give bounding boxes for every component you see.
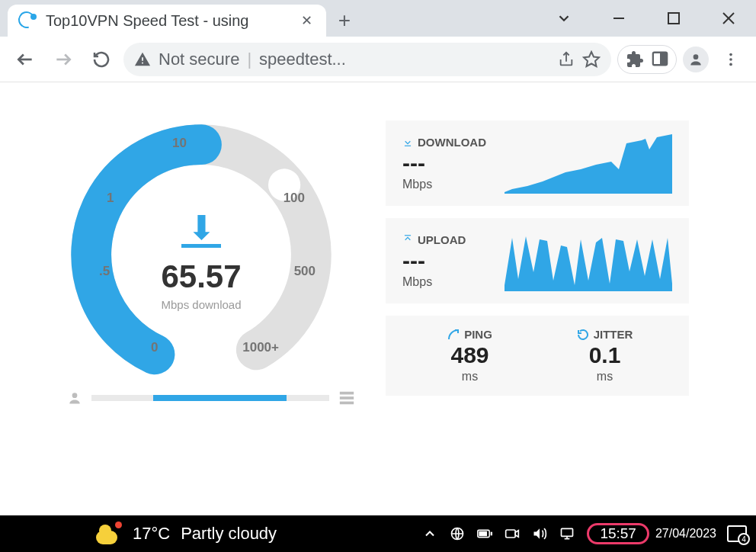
windows-taskbar: 17°C Partly cloudy 15:57 27/04/2023 4 (0, 515, 756, 552)
taskbar-clock[interactable]: 15:57 (587, 523, 649, 544)
ping-metric: PING 489 ms (424, 328, 516, 384)
weather-icon[interactable] (96, 523, 122, 544)
svg-point-10 (694, 54, 699, 59)
svg-rect-27 (506, 530, 516, 538)
share-icon[interactable] (558, 51, 575, 68)
tab-favicon (18, 11, 37, 30)
new-tab-button[interactable]: + (326, 5, 363, 37)
tabs-dropdown-icon[interactable] (537, 0, 591, 37)
taskbar-date[interactable]: 27/04/2023 (649, 527, 716, 541)
svg-rect-26 (491, 532, 492, 536)
page-content: ⬇ 65.57 Mbps download 0 .5 1 10 100 500 … (0, 82, 756, 515)
server-icon (338, 390, 355, 406)
svg-rect-25 (479, 531, 488, 536)
not-secure-icon (134, 51, 151, 68)
sidepanel-icon[interactable] (652, 50, 668, 67)
download-card: DOWNLOAD --- Mbps (386, 120, 689, 206)
browser-tab-bar: Top10VPN Speed Test - using ✕ + (0, 0, 756, 37)
upload-icon (402, 234, 413, 245)
maximize-button[interactable] (646, 0, 701, 37)
profile-avatar[interactable] (683, 47, 709, 72)
svg-rect-9 (660, 52, 667, 65)
camera-icon[interactable] (505, 526, 520, 541)
url-display: speedtest... (259, 50, 550, 69)
back-button[interactable] (9, 43, 41, 75)
svg-rect-21 (405, 146, 411, 146)
taskbar-weather[interactable]: Partly cloudy (181, 524, 277, 544)
svg-rect-20 (340, 402, 354, 405)
browser-tab[interactable]: Top10VPN Speed Test - using ✕ (8, 5, 326, 37)
ping-jitter-card: PING 489 ms JITTER 0.1 ms (386, 316, 689, 396)
close-window-button[interactable] (701, 0, 756, 37)
extensions-group (617, 45, 677, 74)
svg-rect-1 (668, 13, 679, 24)
window-controls (537, 0, 756, 37)
ping-icon (447, 329, 460, 341)
notifications-icon[interactable]: 4 (727, 525, 747, 542)
svg-marker-7 (584, 52, 599, 66)
network-icon[interactable] (559, 526, 575, 541)
forward-button[interactable] (47, 43, 79, 75)
svg-point-17 (72, 393, 78, 398)
svg-point-12 (729, 58, 732, 61)
svg-rect-29 (562, 528, 573, 536)
reload-button[interactable] (85, 43, 117, 75)
client-icon (67, 390, 82, 406)
security-status: Not secure (159, 50, 239, 69)
svg-point-11 (729, 53, 732, 56)
download-sparkline (505, 133, 672, 194)
upload-card: UPLOAD --- Mbps (386, 218, 689, 303)
battery-icon[interactable] (477, 526, 492, 541)
download-arrow-icon: ⬇ (187, 208, 216, 247)
svg-marker-28 (516, 531, 519, 537)
connection-bar (67, 390, 355, 406)
browser-toolbar: Not secure | speedtest... (0, 37, 756, 82)
tray-expand-icon[interactable] (422, 526, 437, 541)
volume-icon[interactable] (532, 526, 547, 541)
svg-rect-19 (340, 396, 354, 400)
bookmark-star-icon[interactable] (582, 50, 601, 69)
svg-point-13 (729, 63, 732, 66)
chrome-menu-button[interactable] (715, 43, 747, 75)
taskbar-temp[interactable]: 17°C (133, 524, 170, 544)
upload-sparkline (505, 230, 672, 291)
close-tab-icon[interactable]: ✕ (298, 12, 316, 29)
gauge-subtitle: Mbps download (161, 298, 241, 311)
tab-title: Top10VPN Speed Test - using (46, 12, 298, 30)
minimize-button[interactable] (591, 0, 646, 37)
extensions-icon[interactable] (626, 50, 644, 69)
language-icon[interactable] (450, 526, 465, 541)
svg-rect-18 (340, 392, 354, 395)
system-tray: 15:57 (422, 523, 649, 544)
speed-gauge: ⬇ 65.57 Mbps download 0 .5 1 10 100 500 … (67, 120, 335, 389)
jitter-icon (577, 329, 589, 341)
address-bar[interactable]: Not secure | speedtest... (123, 43, 611, 76)
jitter-metric: JITTER 0.1 ms (559, 328, 651, 384)
gauge-value: 65.57 (161, 258, 241, 295)
svg-rect-22 (405, 235, 411, 236)
download-icon (402, 136, 413, 147)
